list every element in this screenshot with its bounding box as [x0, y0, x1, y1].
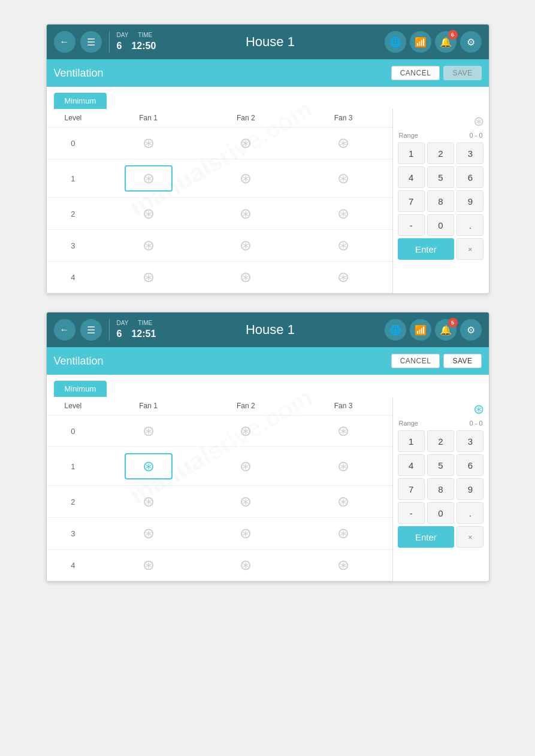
num-btn-2[interactable]: 2	[427, 142, 454, 164]
fan3-1-2[interactable]: ⊛	[295, 447, 392, 486]
fan1-1-1[interactable]: ⊛	[99, 159, 197, 198]
back-button-1[interactable]: ←	[54, 31, 75, 53]
fan2-2-1[interactable]: ⊛	[197, 198, 295, 230]
tab-row-1: Minimum	[47, 87, 489, 109]
minimum-tab-2[interactable]: Minimum	[54, 381, 107, 397]
save-button-1[interactable]: SAVE	[443, 66, 481, 80]
num-btn-2-p2[interactable]: 2	[427, 430, 454, 452]
fan3-2-2[interactable]: ⊛	[295, 486, 392, 518]
fan3-2-1[interactable]: ⊛	[295, 198, 392, 230]
table-row: 3 ⊛ ⊛ ⊛	[47, 230, 392, 262]
enter-button-1[interactable]: Enter	[398, 238, 455, 260]
fan3-4-2[interactable]: ⊛	[295, 549, 392, 581]
fan3-0-2[interactable]: ⊛	[295, 415, 392, 447]
alert-button-1[interactable]: 🔔 6	[435, 31, 457, 53]
fan1-0-1[interactable]: ⊛	[99, 127, 197, 159]
fan1-0-2[interactable]: ⊛	[99, 415, 197, 447]
fan1-2-1[interactable]: ⊛	[99, 198, 197, 230]
fan1-3-2[interactable]: ⊛	[99, 518, 197, 549]
num-btn-5[interactable]: 5	[427, 166, 454, 188]
fan-icon: ⊛	[334, 236, 353, 255]
fan-icon: ⊛	[236, 133, 255, 153]
fan1-4-2[interactable]: ⊛	[99, 549, 197, 581]
cancel-button-2[interactable]: CANCEL	[391, 354, 440, 368]
clear-button-1[interactable]: ×	[457, 238, 483, 260]
menu-button-2[interactable]: ☰	[80, 319, 102, 341]
num-btn-4-p2[interactable]: 4	[398, 454, 425, 476]
fan2-4-2[interactable]: ⊛	[197, 549, 295, 581]
num-btn-9[interactable]: 9	[457, 190, 483, 212]
fan1-1-2[interactable]: ⊛	[99, 447, 197, 486]
fan2-0-1[interactable]: ⊛	[197, 127, 295, 159]
fan-table-2: Level Fan 1 Fan 2 Fan 3 0 ⊛ ⊛ ⊛ 1	[47, 397, 393, 581]
range-value-1: 0 - 0	[469, 132, 482, 139]
selected-cell-1[interactable]: ⊛	[125, 165, 173, 192]
num-btn-1[interactable]: 1	[398, 142, 425, 164]
wifi-button-2[interactable]: 📶	[410, 319, 431, 341]
num-btn-3-p2[interactable]: 3	[457, 430, 483, 452]
cancel-button-1[interactable]: CANCEL	[391, 66, 440, 80]
level-0-2: 0	[47, 415, 100, 447]
settings-button-1[interactable]: ⚙	[460, 31, 482, 53]
clear-button-2[interactable]: ×	[457, 526, 483, 548]
fan-icon: ⊛	[236, 236, 255, 255]
num-btn-1-p2[interactable]: 1	[398, 430, 425, 452]
menu-button-1[interactable]: ☰	[80, 31, 102, 53]
col-fan2-1: Fan 2	[197, 109, 295, 127]
wifi-button-1[interactable]: 📶	[410, 31, 431, 53]
fan3-0-1[interactable]: ⊛	[295, 127, 392, 159]
fan2-4-1[interactable]: ⊛	[197, 262, 295, 293]
fan-icon: ⊛	[334, 492, 353, 511]
save-button-2[interactable]: SAVE	[443, 354, 481, 368]
fan2-1-1[interactable]: ⊛	[197, 159, 295, 198]
fan2-3-2[interactable]: ⊛	[197, 518, 295, 549]
num-btn-8[interactable]: 8	[427, 190, 454, 212]
alert-button-2[interactable]: 🔔 5	[435, 319, 457, 341]
fan-icon: ⊛	[236, 457, 255, 476]
num-btn-5-p2[interactable]: 5	[427, 454, 454, 476]
level-1-2: 1	[47, 447, 100, 486]
enter-button-2[interactable]: Enter	[398, 526, 455, 548]
day-value-2: 6	[117, 327, 122, 341]
toolbar-actions-1: CANCEL SAVE	[391, 66, 482, 80]
num-btn-9-p2[interactable]: 9	[457, 478, 483, 500]
num-btn-3[interactable]: 3	[457, 142, 483, 164]
num-btn-4[interactable]: 4	[398, 166, 425, 188]
col-fan3-2: Fan 3	[295, 397, 392, 415]
back-button-2[interactable]: ←	[54, 319, 75, 341]
num-btn-dot[interactable]: .	[457, 214, 483, 236]
globe-button-1[interactable]: 🌐	[385, 31, 406, 53]
fan3-4-1[interactable]: ⊛	[295, 262, 392, 293]
settings-button-2[interactable]: ⚙	[460, 319, 482, 341]
fan3-3-2[interactable]: ⊛	[295, 518, 392, 549]
toolbar-title-1: Ventilation	[54, 67, 104, 80]
header-title-1: House 1	[161, 34, 379, 50]
num-btn-0[interactable]: 0	[427, 214, 454, 236]
num-btn-minus-p2[interactable]: -	[398, 502, 425, 524]
num-btn-8-p2[interactable]: 8	[427, 478, 454, 500]
fan3-1-1[interactable]: ⊛	[295, 159, 392, 198]
toolbar-1: Ventilation CANCEL SAVE	[47, 59, 489, 87]
table-row: 0 ⊛ ⊛ ⊛	[47, 415, 392, 447]
num-btn-6[interactable]: 6	[457, 166, 483, 188]
globe-button-2[interactable]: 🌐	[385, 319, 406, 341]
num-btn-0-p2[interactable]: 0	[427, 502, 454, 524]
selected-cell-2[interactable]: ⊛	[125, 453, 173, 479]
minimum-tab-1[interactable]: Minimum	[54, 93, 107, 109]
fan1-2-2[interactable]: ⊛	[99, 486, 197, 518]
num-btn-6-p2[interactable]: 6	[457, 454, 483, 476]
fan2-0-2[interactable]: ⊛	[197, 415, 295, 447]
fan1-3-1[interactable]: ⊛	[99, 230, 197, 262]
fan2-1-2[interactable]: ⊛	[197, 447, 295, 486]
num-btn-dot-p2[interactable]: .	[457, 502, 483, 524]
fan2-3-1[interactable]: ⊛	[197, 230, 295, 262]
num-btn-7[interactable]: 7	[398, 190, 425, 212]
fan-icon: ⊛	[236, 555, 255, 575]
numpad-top-icon-2: ⊛	[398, 402, 484, 417]
fan1-4-1[interactable]: ⊛	[99, 262, 197, 293]
alert-badge-1: 6	[448, 30, 458, 40]
fan3-3-1[interactable]: ⊛	[295, 230, 392, 262]
num-btn-7-p2[interactable]: 7	[398, 478, 425, 500]
fan2-2-2[interactable]: ⊛	[197, 486, 295, 518]
num-btn-minus[interactable]: -	[398, 214, 425, 236]
